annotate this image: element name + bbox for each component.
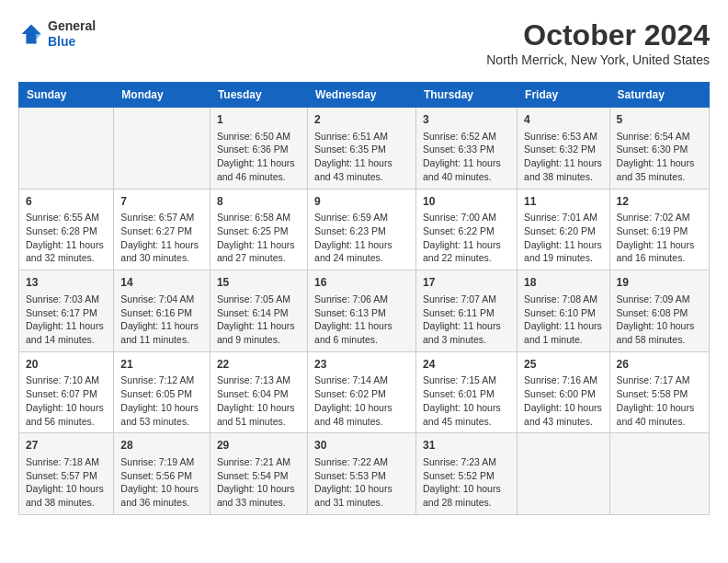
day-content: Sunrise: 7:15 AM Sunset: 6:01 PM Dayligh…	[423, 373, 510, 428]
week-row-1: 1Sunrise: 6:50 AM Sunset: 6:36 PM Daylig…	[19, 108, 710, 190]
day-number: 24	[423, 357, 510, 373]
day-number: 13	[26, 275, 107, 291]
calendar-cell: 11Sunrise: 7:01 AM Sunset: 6:20 PM Dayli…	[518, 189, 609, 270]
calendar-cell: 19Sunrise: 7:09 AM Sunset: 6:08 PM Dayli…	[609, 270, 709, 352]
day-content: Sunrise: 7:09 AM Sunset: 6:08 PM Dayligh…	[617, 293, 702, 347]
header-day-friday: Friday	[518, 83, 609, 108]
week-row-4: 20Sunrise: 7:10 AM Sunset: 6:07 PM Dayli…	[19, 351, 710, 433]
header-day-thursday: Thursday	[416, 83, 518, 108]
day-number: 25	[524, 357, 602, 373]
calendar-cell: 7Sunrise: 6:57 AM Sunset: 6:27 PM Daylig…	[114, 189, 210, 270]
header-row: SundayMondayTuesdayWednesdayThursdayFrid…	[19, 83, 710, 108]
day-number: 16	[314, 275, 409, 291]
header-day-monday: Monday	[114, 83, 210, 108]
header-day-wednesday: Wednesday	[308, 83, 416, 108]
day-content: Sunrise: 6:50 AM Sunset: 6:36 PM Dayligh…	[217, 130, 301, 184]
calendar-cell: 26Sunrise: 7:17 AM Sunset: 5:58 PM Dayli…	[609, 351, 709, 433]
day-number: 31	[423, 438, 510, 454]
calendar-cell: 25Sunrise: 7:16 AM Sunset: 6:00 PM Dayli…	[518, 351, 609, 433]
day-content: Sunrise: 7:22 AM Sunset: 5:53 PM Dayligh…	[314, 455, 409, 510]
header-day-sunday: Sunday	[19, 83, 114, 108]
week-row-5: 27Sunrise: 7:18 AM Sunset: 5:57 PM Dayli…	[19, 433, 710, 515]
day-number: 8	[217, 194, 301, 210]
day-content: Sunrise: 7:16 AM Sunset: 6:00 PM Dayligh…	[524, 373, 602, 428]
day-number: 1	[217, 112, 301, 128]
calendar-cell: 21Sunrise: 7:12 AM Sunset: 6:05 PM Dayli…	[114, 351, 210, 433]
calendar-cell: 30Sunrise: 7:22 AM Sunset: 5:53 PM Dayli…	[308, 433, 416, 515]
calendar-cell: 16Sunrise: 7:06 AM Sunset: 6:13 PM Dayli…	[308, 270, 416, 352]
logo-text: General Blue	[48, 18, 96, 50]
subtitle: North Merrick, New York, United States	[486, 52, 710, 67]
day-number: 26	[617, 357, 702, 373]
calendar-cell: 20Sunrise: 7:10 AM Sunset: 6:07 PM Dayli…	[19, 351, 114, 433]
day-content: Sunrise: 6:52 AM Sunset: 6:33 PM Dayligh…	[423, 130, 510, 184]
day-number: 27	[26, 438, 107, 454]
calendar-cell: 22Sunrise: 7:13 AM Sunset: 6:04 PM Dayli…	[210, 351, 307, 433]
calendar-cell: 6Sunrise: 6:55 AM Sunset: 6:28 PM Daylig…	[19, 189, 114, 270]
day-number: 5	[617, 112, 702, 128]
day-content: Sunrise: 7:18 AM Sunset: 5:57 PM Dayligh…	[26, 455, 107, 510]
week-row-2: 6Sunrise: 6:55 AM Sunset: 6:28 PM Daylig…	[19, 189, 710, 270]
calendar-cell	[609, 433, 709, 515]
day-number: 15	[217, 275, 301, 291]
day-content: Sunrise: 6:53 AM Sunset: 6:32 PM Dayligh…	[524, 130, 602, 184]
logo-line1: General	[48, 18, 96, 34]
day-content: Sunrise: 7:03 AM Sunset: 6:17 PM Dayligh…	[26, 293, 107, 347]
calendar-cell: 1Sunrise: 6:50 AM Sunset: 6:36 PM Daylig…	[210, 108, 307, 190]
calendar-cell: 24Sunrise: 7:15 AM Sunset: 6:01 PM Dayli…	[416, 351, 518, 433]
header: General Blue October 2024 North Merrick,…	[18, 18, 710, 67]
day-content: Sunrise: 7:01 AM Sunset: 6:20 PM Dayligh…	[524, 211, 602, 265]
day-content: Sunrise: 6:58 AM Sunset: 6:25 PM Dayligh…	[217, 211, 301, 265]
day-number: 19	[617, 275, 702, 291]
day-content: Sunrise: 7:19 AM Sunset: 5:56 PM Dayligh…	[120, 455, 203, 510]
calendar-cell: 13Sunrise: 7:03 AM Sunset: 6:17 PM Dayli…	[19, 270, 114, 352]
day-number: 12	[617, 194, 702, 210]
main-title: October 2024	[486, 18, 710, 52]
day-number: 4	[524, 112, 602, 128]
calendar-cell: 14Sunrise: 7:04 AM Sunset: 6:16 PM Dayli…	[114, 270, 210, 352]
logo-icon	[18, 21, 44, 47]
day-number: 30	[314, 438, 409, 454]
day-number: 17	[423, 275, 510, 291]
calendar-cell: 27Sunrise: 7:18 AM Sunset: 5:57 PM Dayli…	[19, 433, 114, 515]
calendar-cell: 10Sunrise: 7:00 AM Sunset: 6:22 PM Dayli…	[416, 189, 518, 270]
calendar-cell: 23Sunrise: 7:14 AM Sunset: 6:02 PM Dayli…	[308, 351, 416, 433]
calendar-table: SundayMondayTuesdayWednesdayThursdayFrid…	[18, 82, 710, 515]
week-row-3: 13Sunrise: 7:03 AM Sunset: 6:17 PM Dayli…	[19, 270, 710, 352]
calendar-cell: 28Sunrise: 7:19 AM Sunset: 5:56 PM Dayli…	[114, 433, 210, 515]
calendar-header: SundayMondayTuesdayWednesdayThursdayFrid…	[19, 83, 710, 108]
calendar-cell: 9Sunrise: 6:59 AM Sunset: 6:23 PM Daylig…	[308, 189, 416, 270]
day-content: Sunrise: 7:07 AM Sunset: 6:11 PM Dayligh…	[423, 293, 510, 347]
day-number: 21	[120, 357, 203, 373]
calendar-cell: 31Sunrise: 7:23 AM Sunset: 5:52 PM Dayli…	[416, 433, 518, 515]
day-content: Sunrise: 6:54 AM Sunset: 6:30 PM Dayligh…	[617, 130, 702, 184]
calendar-cell: 18Sunrise: 7:08 AM Sunset: 6:10 PM Dayli…	[518, 270, 609, 352]
calendar-cell: 4Sunrise: 6:53 AM Sunset: 6:32 PM Daylig…	[518, 108, 609, 190]
calendar-cell: 3Sunrise: 6:52 AM Sunset: 6:33 PM Daylig…	[416, 108, 518, 190]
calendar-cell	[518, 433, 609, 515]
day-content: Sunrise: 7:14 AM Sunset: 6:02 PM Dayligh…	[314, 373, 409, 428]
day-number: 18	[524, 275, 602, 291]
day-number: 9	[314, 194, 409, 210]
calendar-cell: 17Sunrise: 7:07 AM Sunset: 6:11 PM Dayli…	[416, 270, 518, 352]
day-content: Sunrise: 7:17 AM Sunset: 5:58 PM Dayligh…	[617, 373, 702, 428]
calendar-cell: 15Sunrise: 7:05 AM Sunset: 6:14 PM Dayli…	[210, 270, 307, 352]
day-number: 29	[217, 438, 301, 454]
calendar-cell	[114, 108, 210, 190]
title-area: October 2024 North Merrick, New York, Un…	[486, 18, 710, 67]
day-number: 28	[120, 438, 203, 454]
day-content: Sunrise: 7:08 AM Sunset: 6:10 PM Dayligh…	[524, 293, 602, 347]
day-number: 20	[26, 357, 107, 373]
day-number: 7	[120, 194, 203, 210]
day-content: Sunrise: 6:59 AM Sunset: 6:23 PM Dayligh…	[314, 211, 409, 265]
day-content: Sunrise: 6:57 AM Sunset: 6:27 PM Dayligh…	[120, 211, 203, 265]
day-content: Sunrise: 7:00 AM Sunset: 6:22 PM Dayligh…	[423, 211, 510, 265]
calendar-body: 1Sunrise: 6:50 AM Sunset: 6:36 PM Daylig…	[19, 108, 710, 515]
calendar-cell: 12Sunrise: 7:02 AM Sunset: 6:19 PM Dayli…	[609, 189, 709, 270]
calendar-cell: 2Sunrise: 6:51 AM Sunset: 6:35 PM Daylig…	[308, 108, 416, 190]
day-content: Sunrise: 7:06 AM Sunset: 6:13 PM Dayligh…	[314, 293, 409, 347]
logo-line2: Blue	[48, 34, 96, 50]
logo: General Blue	[18, 18, 96, 50]
day-content: Sunrise: 6:55 AM Sunset: 6:28 PM Dayligh…	[26, 211, 107, 265]
day-content: Sunrise: 7:12 AM Sunset: 6:05 PM Dayligh…	[120, 373, 203, 428]
